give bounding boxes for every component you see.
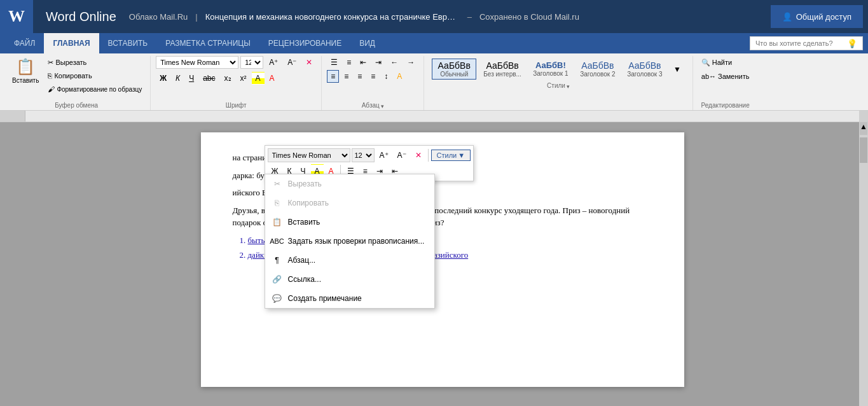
numbering-button[interactable]: ≡ [343,56,355,69]
doc-info: Облако Mail.Ru | Концепция и механика но… [129,12,771,22]
app-name: Word Online [46,10,116,24]
tab-file[interactable]: ФАЙЛ [5,33,44,53]
top-bar: W Word Online Облако Mail.Ru | Концепция… [0,0,868,33]
style-nospacing-preview: АаБбВв [483,60,521,71]
ribbon-search-box[interactable]: 💡 [750,36,863,50]
find-button[interactable]: 🔍 Найти [698,56,735,69]
ltr-button[interactable]: ← [387,56,402,69]
ctx-comment[interactable]: 💬 Создать примечание [265,289,435,308]
tab-layout[interactable]: РАЗМЕТКА СТРАНИЦЫ [156,33,259,53]
document-area: на страничке Евразийского Банка. дарка: … [0,122,868,406]
ribbon-group-font: Times New Roman 12 A⁺ A⁻ ✕ Ж К Ч abc x₂ … [151,56,322,110]
left-margin [0,122,25,406]
ft-grow-button[interactable]: A⁺ [376,148,392,162]
ctx-paragraph[interactable]: ¶ Абзац... [265,251,435,270]
underline-button[interactable]: Ч [185,72,198,85]
font-family-select[interactable]: Times New Roman [156,56,238,69]
align-center-button[interactable]: ≡ [340,70,352,83]
ft-shrink-button[interactable]: A⁻ [394,148,410,162]
find-icon: 🔍 [701,59,710,67]
line-spacing-button[interactable]: ↕ [380,70,392,83]
style-h3[interactable]: АаБбВв Заголовок 3 [623,59,667,80]
style-normal-preview: АаБбВв [436,60,472,71]
document-page: на страничке Евразийского Банка. дарка: … [201,132,684,387]
ctx-comment-icon: 💬 [272,293,283,304]
ctx-link[interactable]: 🔗 Ссылка... [265,270,435,289]
cut-button[interactable]: ✂ Вырезать [45,56,145,69]
ctx-paste-icon: 📋 [272,217,283,227]
app-logo: W [0,0,33,33]
style-h3-name: Заголовок 3 [627,71,663,78]
style-no-spacing[interactable]: АаБбВв Без интерв... [479,59,526,80]
ribbon-group-paragraph: ☰ ≡ ⇤ ⇥ ← → ≡ ≡ ≡ ≡ ↕ A Абзац ▾ [322,56,424,110]
copy-button[interactable]: ⎘ Копировать [45,69,145,82]
ruler [0,111,868,122]
clear-format-button[interactable]: ✕ [302,56,316,69]
bullets-button[interactable]: ☰ [327,56,341,69]
font-grow-button[interactable]: A⁺ [265,56,282,69]
scrollbar-thumb[interactable] [860,137,867,163]
font-shrink-button[interactable]: A⁻ [284,56,300,69]
bold-button[interactable]: Ж [156,72,170,85]
highlight-color-button[interactable]: A [252,72,265,85]
superscript-button[interactable]: x² [237,72,251,85]
paragraph-label: Абзац [362,102,380,110]
share-button[interactable]: 👤 Общий доступ [771,5,863,28]
ctx-spell[interactable]: ABC Задать язык проверки правописания... [265,232,435,251]
shading-button[interactable]: A [393,70,406,83]
indent-button[interactable]: ⇥ [371,56,385,69]
tab-insert[interactable]: ВСТАВИТЬ [99,33,157,53]
editing-label: Редактирование [701,102,750,110]
cloud-service: Облако Mail.Ru [129,12,188,22]
ft-font-select[interactable]: Times New Roman [268,148,350,162]
ft-clear-button[interactable]: ✕ [411,148,425,162]
doc-scroll-area[interactable]: на страничке Евразийского Банка. дарка: … [25,122,859,406]
ribbon-group-styles: АаБбВв Обычный АаБбВв Без интерв... АаБб… [424,56,693,110]
tab-home[interactable]: ГЛАВНАЯ [44,33,99,53]
replace-button[interactable]: ab↔ Заменить [698,70,753,83]
paragraph-expand-icon[interactable]: ▾ [381,103,384,109]
rtl-button[interactable]: → [403,56,418,69]
justify-button[interactable]: ≡ [367,70,379,83]
tab-view[interactable]: ВИД [350,33,384,53]
strikethrough-button[interactable]: abc [199,72,219,85]
ctx-link-icon: 🔗 [272,274,283,284]
doc-title: Концепция и механика новогоднего конкурс… [205,12,460,22]
ribbon-group-editing: 🔍 Найти ab↔ Заменить Редактирование [693,56,758,110]
styles-expand-button[interactable]: ▼ [670,63,685,76]
font-color-button[interactable]: A [266,72,279,85]
ribbon-search-input[interactable] [755,39,844,47]
scrollbar-up[interactable]: ▲ [860,122,867,135]
style-normal[interactable]: АаБбВв Обычный [432,59,476,80]
tab-review[interactable]: РЕЦЕНЗИРОВАНИЕ [259,33,350,53]
ribbon-group-clipboard: 📋 Вставить ✂ Вырезать ⎘ Копировать 🖌 Фор… [3,56,151,110]
ft-size-select[interactable]: 12 [352,148,375,162]
outdent-button[interactable]: ⇤ [356,56,370,69]
share-icon: 👤 [782,12,792,22]
vertical-scrollbar[interactable]: ▲ [859,122,868,406]
paste-icon: 📋 [16,58,35,76]
ctx-paste[interactable]: 📋 Вставить [265,213,435,232]
ft-styles-button[interactable]: Стили ▼ [431,150,471,161]
subscript-button[interactable]: x₂ [221,72,235,85]
format-painter-icon: 🖌 [48,85,55,93]
italic-button[interactable]: К [172,72,184,85]
paste-button[interactable]: 📋 Вставить [8,56,43,86]
ft-divider [428,149,429,162]
copy-icon: ⎘ [48,72,52,80]
align-left-button[interactable]: ≡ [327,70,339,83]
align-right-button[interactable]: ≡ [354,70,366,83]
ctx-cut[interactable]: ✂ Вырезать [265,174,435,193]
style-h1-name: Заголовок 1 [533,70,568,77]
format-painter-button[interactable]: 🖌 Форматирование по образцу [45,83,145,95]
style-nospacing-name: Без интерв... [483,71,521,78]
style-h2-name: Заголовок 2 [580,71,616,78]
style-h1[interactable]: АаБбВ! Заголовок 1 [528,59,573,80]
font-size-select[interactable]: 12 [240,56,263,69]
ctx-paragraph-icon: ¶ [272,255,283,265]
font-label: Шрифт [226,102,247,110]
ctx-copy[interactable]: ⎘ Копировать [265,193,435,213]
styles-expand-icon[interactable]: ▾ [567,83,570,90]
style-h3-preview: АаБбВв [627,60,663,71]
style-h2[interactable]: АаБбВв Заголовок 2 [575,59,620,80]
